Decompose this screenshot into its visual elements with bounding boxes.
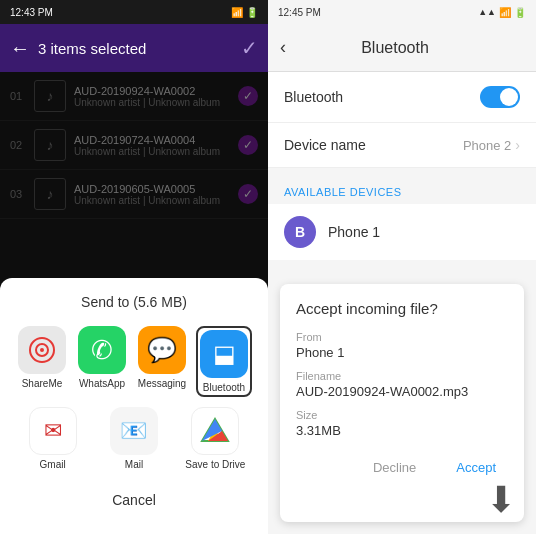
filename-row: Filename AUD-20190924-WA0002.mp3 [296, 370, 508, 399]
accept-actions: Decline Accept ⬇ [296, 454, 508, 481]
status-bar-right: 12:45 PM ▲▲ 📶 🔋 [268, 0, 536, 24]
share-grid-row1: ShareMe ✆ WhatsApp 💬 Messaging [16, 326, 252, 397]
from-value: Phone 1 [296, 345, 508, 360]
filename-value: AUD-20190924-WA0002.mp3 [296, 384, 508, 399]
bt-settings-content: Bluetooth Device name Phone 2 › [268, 72, 536, 168]
shareme-label: ShareMe [22, 378, 63, 389]
share-item-messaging[interactable]: 💬 Messaging [136, 326, 188, 397]
confirm-check-icon[interactable]: ✓ [241, 36, 258, 60]
share-item-bluetooth[interactable]: ⬓ Bluetooth [196, 326, 252, 397]
from-label: From [296, 331, 508, 343]
share-modal: Send to (5.6 MB) ShareMe ✆ WhatsApp [0, 278, 268, 534]
share-item-shareme[interactable]: ShareMe [16, 326, 68, 397]
share-item-gmail[interactable]: ✉ Gmail [16, 407, 89, 470]
back-button-left[interactable]: ← [10, 37, 30, 60]
bluetooth-page-title: Bluetooth [294, 39, 496, 57]
right-panel: 12:45 PM ▲▲ 📶 🔋 ‹ Bluetooth Bluetooth De… [268, 0, 536, 534]
device-row-phone1[interactable]: B Phone 1 [268, 204, 536, 260]
messaging-label: Messaging [138, 378, 186, 389]
top-bar-left: ← 3 items selected ✓ [0, 24, 268, 72]
size-row: Size 3.31MB [296, 409, 508, 438]
bluetooth-label: Bluetooth [203, 382, 245, 393]
share-item-drive[interactable]: Save to Drive [179, 407, 252, 470]
whatsapp-icon: ✆ [78, 326, 126, 374]
status-icons-right: ▲▲ 📶 🔋 [478, 7, 526, 18]
accept-dialog: Accept incoming file? From Phone 1 Filen… [280, 284, 524, 522]
accept-dialog-title: Accept incoming file? [296, 300, 508, 317]
decline-button[interactable]: Decline [361, 454, 428, 481]
available-devices-label: AVAILABLE DEVICES [268, 176, 536, 204]
filename-label: Filename [296, 370, 508, 382]
size-value: 3.31MB [296, 423, 508, 438]
device-name-phone1: Phone 1 [328, 224, 380, 240]
from-row: From Phone 1 [296, 331, 508, 360]
messaging-icon: 💬 [138, 326, 186, 374]
download-arrow-icon: ⬇ [486, 479, 516, 521]
share-modal-overlay: Send to (5.6 MB) ShareMe ✆ WhatsApp [0, 72, 268, 534]
bluetooth-icon: ⬓ [200, 330, 248, 378]
section-spacer [268, 168, 536, 176]
size-label: Size [296, 409, 508, 421]
share-item-whatsapp[interactable]: ✆ WhatsApp [76, 326, 128, 397]
mail-label: Mail [125, 459, 143, 470]
device-name-value: Phone 2 [463, 138, 511, 153]
time-right: 12:45 PM [278, 7, 321, 18]
drive-icon [191, 407, 239, 455]
gmail-label: Gmail [40, 459, 66, 470]
status-bar-left: 12:43 PM 📶 🔋 [0, 0, 268, 24]
gmail-icon: ✉ [29, 407, 77, 455]
time-left: 12:43 PM [10, 7, 53, 18]
device-name-label: Device name [284, 137, 463, 153]
left-panel: 12:43 PM 📶 🔋 ← 3 items selected ✓ 01 ♪ A… [0, 0, 268, 534]
device-avatar-phone1: B [284, 216, 316, 248]
back-button-right[interactable]: ‹ [280, 37, 286, 58]
bluetooth-toggle-label: Bluetooth [284, 89, 480, 105]
svg-point-2 [40, 348, 44, 352]
bluetooth-toggle[interactable] [480, 86, 520, 108]
share-grid-row2: ✉ Gmail 📧 Mail [16, 407, 252, 470]
chevron-right-icon: › [515, 137, 520, 153]
bt-top-bar: ‹ Bluetooth [268, 24, 536, 72]
shareme-icon [18, 326, 66, 374]
cancel-button[interactable]: Cancel [16, 482, 252, 518]
whatsapp-label: WhatsApp [79, 378, 125, 389]
accept-button[interactable]: Accept [444, 454, 508, 481]
mail-icon: 📧 [110, 407, 158, 455]
device-name-row[interactable]: Device name Phone 2 › [268, 123, 536, 168]
share-title: Send to (5.6 MB) [16, 294, 252, 310]
status-icons-left: 📶 🔋 [231, 7, 258, 18]
section-spacer2 [268, 260, 536, 272]
selection-title: 3 items selected [38, 40, 233, 57]
bluetooth-toggle-row[interactable]: Bluetooth [268, 72, 536, 123]
share-item-mail[interactable]: 📧 Mail [97, 407, 170, 470]
drive-label: Save to Drive [185, 459, 245, 470]
